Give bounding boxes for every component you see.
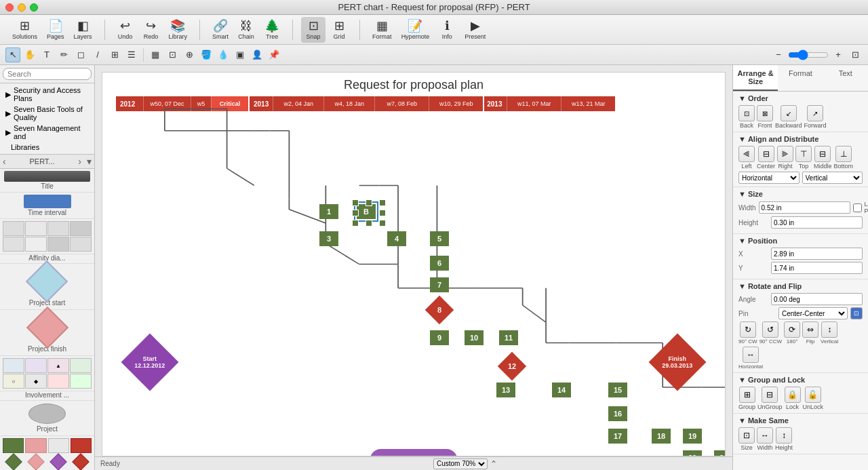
move-tool[interactable]: ✋ <box>22 47 37 62</box>
select-tool[interactable]: ▦ <box>148 47 163 62</box>
undo-button[interactable]: ↩ Undo <box>113 17 138 43</box>
node-5[interactable]: 5 <box>430 231 449 246</box>
backward-button[interactable]: ↙ <box>781 105 797 121</box>
shape-tool[interactable]: ◻ <box>73 47 88 62</box>
lock-proportions-checkbox[interactable] <box>853 203 862 212</box>
shape-proj-start-diamond[interactable] <box>26 260 68 302</box>
snap-button[interactable]: ⊡ Snap <box>301 17 326 43</box>
nav-management[interactable]: ▶ Seven Management and <box>0 123 94 142</box>
y-input[interactable] <box>771 262 863 274</box>
zoom-fit-button[interactable]: ⊡ <box>848 47 863 62</box>
align-top-button[interactable]: ⊤ <box>795 146 812 162</box>
nav-libraries[interactable]: Libraries <box>0 142 94 153</box>
width-input[interactable] <box>759 201 850 214</box>
shape-aff6[interactable] <box>25 237 47 252</box>
shape-item-title[interactable] <box>4 171 90 182</box>
shape-inv7[interactable] <box>47 374 69 389</box>
shape-inv2[interactable] <box>25 358 47 373</box>
node-20[interactable]: 20 <box>683 450 702 456</box>
pert-diamond3[interactable] <box>48 454 69 469</box>
node-19[interactable]: 19 <box>683 429 702 444</box>
node-10[interactable]: 10 <box>465 330 484 345</box>
shape-inv3[interactable]: ▲ <box>47 358 69 373</box>
zoom-out-button[interactable]: − <box>771 47 786 62</box>
shape-aff2[interactable] <box>25 221 47 236</box>
forward-button[interactable]: ↗ <box>807 105 823 121</box>
pin-dropdown[interactable]: Center-Center <box>778 307 848 319</box>
zoom-slider[interactable] <box>788 50 829 60</box>
group-button[interactable]: ⊞ <box>739 387 755 403</box>
pert-rect2[interactable] <box>25 438 46 453</box>
back-button[interactable]: ⊡ <box>738 105 755 121</box>
connector-tool[interactable]: ⊞ <box>107 47 122 62</box>
smart-button[interactable]: 🔗 Smart <box>208 17 233 43</box>
x-input[interactable] <box>771 248 863 260</box>
pert-rect1[interactable] <box>3 438 24 453</box>
zoom-in-button[interactable]: + <box>831 47 846 62</box>
info-button[interactable]: ℹ Info <box>435 17 459 43</box>
position-section-title[interactable]: ▼ Position <box>738 237 863 245</box>
shape-project-oval[interactable] <box>28 404 66 424</box>
search-input[interactable] <box>3 68 92 80</box>
align-middle-button[interactable]: ⊟ <box>814 146 831 162</box>
show-legend-button[interactable]: Show legend <box>370 449 458 456</box>
zoom-stepper[interactable]: ⌃ <box>490 459 497 469</box>
node-14[interactable]: 14 <box>552 383 571 397</box>
shape-aff1[interactable] <box>3 221 24 236</box>
layers-button[interactable]: ◧ Layers <box>70 17 96 43</box>
stamp-tool[interactable]: ▣ <box>233 47 248 62</box>
nav-quality[interactable]: ▶ Seven Basic Tools of Quality <box>0 104 94 123</box>
align-left-button[interactable]: ⫷ <box>738 146 755 162</box>
hypernote-button[interactable]: 📝 Hypernote <box>397 17 434 43</box>
unlock-button[interactable]: 🔓 <box>805 387 821 403</box>
group-section-title[interactable]: ▼ Group and Lock <box>738 376 863 384</box>
rotate-section-title[interactable]: ▼ Rotate and Flip <box>738 282 863 290</box>
finish-node[interactable]: Finish 29.03.2013 <box>649 334 707 391</box>
node-9[interactable]: 9 <box>430 330 449 345</box>
shape-inv8[interactable] <box>70 374 92 389</box>
align-section-title[interactable]: ▼ Align and Distribute <box>738 135 863 143</box>
horizontal-dropdown[interactable]: Horizontal <box>738 172 800 184</box>
align-right-button[interactable]: ⫸ <box>777 146 793 162</box>
start-node[interactable]: Start 12.12.2012 <box>121 334 179 391</box>
node-15[interactable]: 15 <box>608 383 627 397</box>
node-21[interactable]: 21 <box>714 450 726 456</box>
maximize-button[interactable] <box>30 3 38 12</box>
shape-aff4[interactable] <box>70 221 92 236</box>
node-16[interactable]: 16 <box>608 406 627 421</box>
shape-nav-next[interactable]: › <box>75 155 84 168</box>
flip-horizontal-button[interactable]: ↔ <box>743 347 759 363</box>
order-section-title[interactable]: ▼ Order <box>738 94 863 102</box>
library-button[interactable]: 📚 Library <box>165 17 192 43</box>
node-7[interactable]: 7 <box>430 277 449 292</box>
close-button[interactable] <box>5 3 14 12</box>
redo-button[interactable]: ↪ Redo <box>139 17 163 43</box>
marquee-tool[interactable]: ⊡ <box>165 47 180 62</box>
shape-item-time[interactable] <box>24 195 71 208</box>
people-tool[interactable]: 👤 <box>250 47 264 62</box>
pin-button[interactable]: ⊡ <box>850 307 863 319</box>
format-button[interactable]: ▦ Format <box>368 17 396 43</box>
line-tool[interactable]: / <box>90 47 105 62</box>
pencil-tool[interactable]: ✏ <box>56 47 71 62</box>
pin-tool[interactable]: 📌 <box>267 47 281 62</box>
hand-tool[interactable]: ☰ <box>124 47 139 62</box>
zoom-select[interactable]: Custom 70% 50% 75% 100% 150% 200% <box>433 458 488 469</box>
tab-text[interactable]: Text <box>823 65 868 91</box>
node-3[interactable]: 3 <box>319 231 338 246</box>
pert-diamond4[interactable] <box>71 454 92 469</box>
same-width-button[interactable]: ↔ <box>757 427 773 444</box>
tab-arrange-size[interactable]: Arrange & Size <box>733 65 778 91</box>
make-same-title[interactable]: ▼ Make Same <box>738 416 863 425</box>
shape-inv6[interactable]: ◆ <box>25 374 47 389</box>
node-b[interactable]: B <box>357 204 376 219</box>
height-input[interactable] <box>771 216 863 229</box>
pert-rect3[interactable] <box>48 438 69 453</box>
shape-proj-finish-diamond[interactable] <box>26 307 68 349</box>
ungroup-button[interactable]: ⊟ <box>762 387 778 403</box>
tab-format[interactable]: Format <box>778 65 823 91</box>
align-center-button[interactable]: ⊟ <box>758 146 774 162</box>
node-17[interactable]: 17 <box>608 429 627 444</box>
text-tool[interactable]: T <box>39 47 54 62</box>
shape-nav-prev[interactable]: ‹ <box>0 155 9 168</box>
